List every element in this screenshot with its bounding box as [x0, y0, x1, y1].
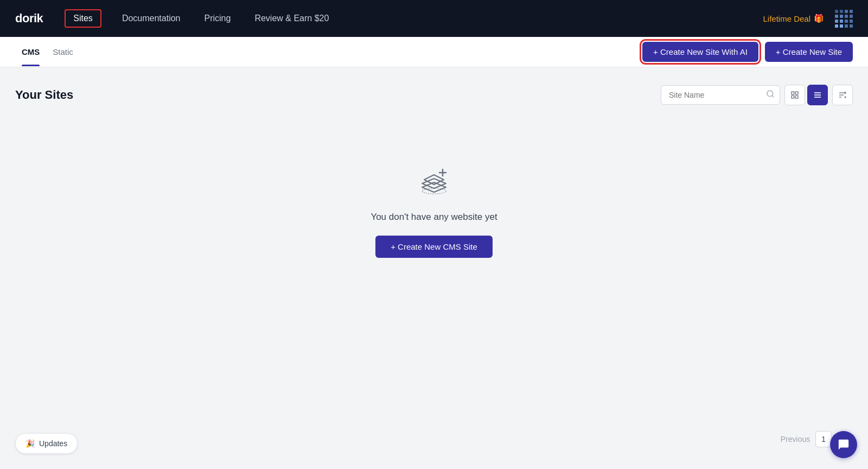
chat-button[interactable] — [830, 431, 857, 458]
empty-state: You don't have any website yet + Create … — [15, 121, 853, 280]
tab-cms[interactable]: CMS — [15, 37, 46, 66]
nav-item-review[interactable]: Review & Earn $20 — [251, 11, 332, 26]
page-title: Your Sites — [15, 88, 73, 102]
updates-button[interactable]: 🎉 Updates — [15, 433, 78, 454]
view-toggle — [784, 85, 828, 105]
search-input-wrap — [661, 85, 780, 105]
gift-icon: 🎁 — [814, 14, 824, 23]
create-new-site-button[interactable]: + Create New Site — [765, 42, 853, 62]
nav-item-sites[interactable]: Sites — [65, 9, 101, 28]
sort-button[interactable] — [832, 85, 853, 105]
apps-grid-icon[interactable] — [835, 10, 853, 28]
lifetime-deal-link[interactable]: Lifetime Deal 🎁 — [763, 14, 824, 23]
svg-rect-2 — [792, 92, 794, 94]
grid-view-button[interactable] — [784, 85, 805, 105]
top-nav: dorik Sites Documentation Pricing Review… — [0, 0, 868, 37]
list-view-button[interactable] — [807, 85, 828, 105]
nav-item-documentation[interactable]: Documentation — [119, 11, 184, 26]
subheader-right: + Create New Site With AI + Create New S… — [642, 42, 853, 62]
updates-label: Updates — [39, 439, 67, 448]
create-new-cms-site-button[interactable]: + Create New CMS Site — [375, 236, 493, 258]
svg-rect-4 — [792, 96, 794, 98]
search-icon[interactable] — [766, 90, 775, 100]
logo[interactable]: dorik — [15, 11, 43, 26]
updates-emoji: 🎉 — [25, 439, 35, 448]
pagination-prev-button[interactable]: Previous — [781, 435, 810, 443]
nav-item-pricing[interactable]: Pricing — [201, 11, 234, 26]
main-content: Your Sites — [0, 67, 868, 469]
svg-rect-5 — [795, 96, 798, 98]
lifetime-deal-label: Lifetime Deal — [763, 14, 810, 23]
empty-state-text: You don't have any website yet — [371, 212, 497, 223]
nav-right: Lifetime Deal 🎁 — [763, 10, 853, 28]
tab-static[interactable]: Static — [46, 37, 80, 66]
subheader: CMS Static + Create New Site With AI + C… — [0, 37, 868, 67]
svg-rect-3 — [795, 92, 798, 94]
pagination-page-1[interactable]: 1 — [815, 431, 832, 447]
empty-state-icon — [417, 164, 451, 201]
search-bar-area — [661, 85, 853, 105]
your-sites-header: Your Sites — [15, 85, 853, 105]
search-input[interactable] — [661, 85, 780, 105]
create-new-site-ai-button[interactable]: + Create New Site With AI — [642, 42, 758, 62]
svg-line-1 — [772, 96, 774, 97]
